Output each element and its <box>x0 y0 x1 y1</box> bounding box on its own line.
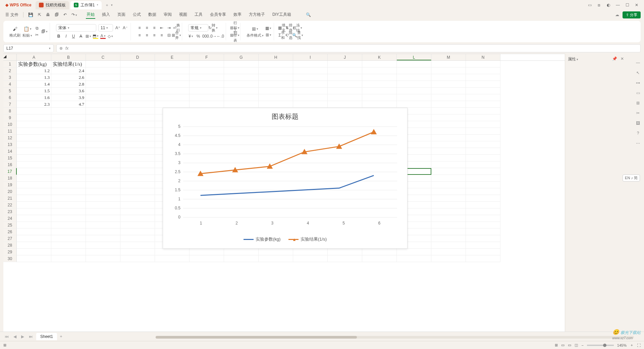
collapse-icon[interactable]: — <box>636 60 640 65</box>
embedded-chart[interactable]: 图表标题 00.511.522.533.544.55 123456 实验参数(k… <box>163 108 408 249</box>
cell[interactable] <box>86 141 120 148</box>
col-header[interactable]: N <box>466 54 500 60</box>
row-header[interactable]: 9 <box>3 114 17 121</box>
align-left-icon[interactable]: ≡ <box>137 33 142 38</box>
cell[interactable] <box>328 88 362 94</box>
legend-item-2[interactable]: ▲实验结果(1/s) <box>288 236 327 242</box>
cell[interactable] <box>86 229 120 235</box>
row-header[interactable]: 25 <box>3 222 17 229</box>
cell[interactable] <box>466 215 500 222</box>
copy-icon[interactable]: ⧉ <box>34 26 40 31</box>
cell[interactable] <box>224 81 259 88</box>
formula-bar[interactable]: ⊗ fx <box>56 44 641 52</box>
align-center-icon[interactable]: ≡ <box>144 33 150 38</box>
cell[interactable] <box>293 67 328 74</box>
cell[interactable] <box>466 249 500 255</box>
cell[interactable] <box>120 67 155 74</box>
cell[interactable] <box>86 61 120 67</box>
row-header[interactable]: 19 <box>3 182 17 188</box>
strike-icon[interactable]: A̶ <box>78 34 84 39</box>
cell[interactable] <box>155 94 190 101</box>
cell[interactable] <box>51 128 86 135</box>
cell[interactable] <box>362 74 397 81</box>
cell[interactable] <box>86 175 120 182</box>
cell[interactable]: 3.6 <box>51 88 86 94</box>
cell[interactable] <box>431 88 466 94</box>
tab-page[interactable]: 页面 <box>117 11 126 19</box>
cell[interactable] <box>86 101 120 108</box>
cell[interactable] <box>120 255 155 262</box>
tab-view[interactable]: 视图 <box>178 11 188 19</box>
cell[interactable] <box>190 255 224 262</box>
zoom-out-icon[interactable]: − <box>581 343 583 347</box>
underline-icon[interactable]: U <box>71 34 76 39</box>
cell[interactable] <box>155 67 190 74</box>
cell[interactable] <box>466 108 500 114</box>
currency-icon[interactable]: ¥ <box>188 34 194 39</box>
decrease-font-icon[interactable]: A⁻ <box>122 25 128 31</box>
cell[interactable]: 2.3 <box>17 101 51 108</box>
cell[interactable] <box>224 94 259 101</box>
add-sheet-icon[interactable]: ＋ <box>59 334 63 339</box>
row-header[interactable]: 4 <box>3 81 17 88</box>
cell[interactable] <box>120 182 155 188</box>
cell[interactable] <box>466 88 500 94</box>
cell[interactable] <box>155 88 190 94</box>
fill-color-icon[interactable]: ⬒ <box>93 34 98 39</box>
cell[interactable] <box>362 101 397 108</box>
cell[interactable] <box>17 168 51 175</box>
style-icon[interactable]: ⊶ <box>636 81 640 85</box>
wrap-button[interactable]: ⏎ 换行 <box>174 25 179 31</box>
row-header[interactable]: 7 <box>3 101 17 108</box>
cell[interactable] <box>51 121 86 128</box>
cell[interactable] <box>224 88 259 94</box>
cell[interactable] <box>431 222 466 229</box>
row-header[interactable]: 3 <box>3 74 17 81</box>
cell[interactable] <box>466 128 500 135</box>
cell[interactable] <box>224 101 259 108</box>
cell[interactable] <box>17 161 51 168</box>
cell[interactable] <box>224 249 259 255</box>
cell[interactable] <box>120 88 155 94</box>
row-header[interactable]: 14 <box>3 148 17 155</box>
align-top-icon[interactable]: ≡ <box>137 25 142 31</box>
cell[interactable] <box>431 74 466 81</box>
cell[interactable] <box>17 135 51 141</box>
fill-button[interactable]: ▦ 填充 <box>280 25 285 31</box>
col-header[interactable]: H <box>259 54 293 60</box>
row-header[interactable]: 17 <box>3 168 17 175</box>
row-header[interactable]: 23 <box>3 208 17 215</box>
col-header[interactable]: L <box>397 54 431 60</box>
resource-icon[interactable]: ⊞ <box>636 101 640 105</box>
cell[interactable] <box>86 168 120 175</box>
col-header[interactable]: F <box>190 54 224 60</box>
freeze-button[interactable]: ⊡ 冻结 <box>295 25 300 31</box>
cell[interactable] <box>293 88 328 94</box>
redo-icon[interactable]: ↷ <box>69 11 79 18</box>
pin-icon[interactable]: 📌 <box>612 56 617 61</box>
row-header[interactable]: 28 <box>3 242 17 249</box>
properties-title[interactable]: 属性 <box>568 57 578 61</box>
sum-button[interactable]: Σ 求和 <box>280 33 285 38</box>
cell[interactable] <box>120 188 155 195</box>
cell[interactable] <box>328 81 362 88</box>
col-header[interactable]: J <box>328 54 362 60</box>
row-header[interactable]: 30 <box>3 255 17 262</box>
cell[interactable] <box>466 114 500 121</box>
cell[interactable] <box>86 255 120 262</box>
cell[interactable] <box>431 155 466 161</box>
merge-button[interactable]: ⊞ 合并 <box>174 33 179 38</box>
export-icon[interactable]: ⇱ <box>36 11 43 18</box>
cell[interactable] <box>120 208 155 215</box>
cell[interactable] <box>120 74 155 81</box>
cell[interactable] <box>17 229 51 235</box>
cell[interactable] <box>17 195 51 202</box>
cell[interactable] <box>86 235 120 242</box>
convert-button[interactable]: ↻ 转换 <box>210 25 216 31</box>
view-reading-icon[interactable]: ▭ <box>568 343 571 347</box>
cond-format-button[interactable]: ⊞条件格式 <box>247 26 264 38</box>
row-header[interactable]: 24 <box>3 215 17 222</box>
row-header[interactable]: 1 <box>3 61 17 67</box>
cell[interactable] <box>466 188 500 195</box>
cell[interactable] <box>466 61 500 67</box>
